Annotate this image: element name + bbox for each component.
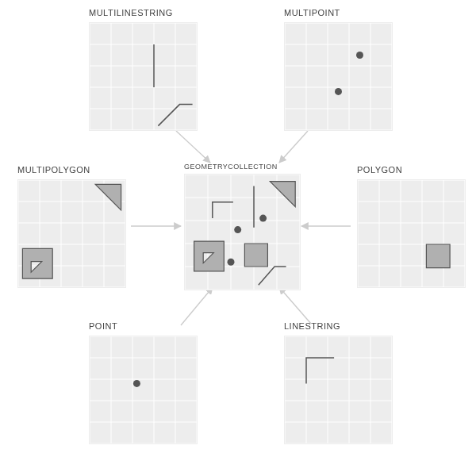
panel-multipolygon: MULTIPOLYGON xyxy=(17,165,126,274)
svg-point-51 xyxy=(234,226,241,233)
arrow-from-point xyxy=(181,287,213,325)
svg-point-24 xyxy=(356,52,363,59)
label-point: POINT xyxy=(89,321,117,331)
arrow-from-multipoint xyxy=(279,131,308,163)
plot-geometrycollection xyxy=(184,174,301,290)
svg-point-25 xyxy=(335,88,342,95)
plot-multipolygon xyxy=(17,179,126,288)
plot-polygon xyxy=(357,179,466,288)
arrow-from-multilinestring xyxy=(176,131,210,163)
plot-point xyxy=(89,336,198,444)
label-linestring: LINESTRING xyxy=(284,321,340,331)
panel-geometrycollection: GEOMETRYCOLLECTION xyxy=(184,163,301,279)
label-multilinestring: MULTILINESTRING xyxy=(89,8,173,17)
svg-point-52 xyxy=(228,259,235,266)
label-polygon: POLYGON xyxy=(357,165,402,175)
svg-point-50 xyxy=(259,215,267,222)
panel-point: POINT xyxy=(89,321,198,430)
panel-linestring: LINESTRING xyxy=(284,321,393,430)
plot-linestring xyxy=(284,336,393,444)
label-multipolygon: MULTIPOLYGON xyxy=(17,165,90,175)
label-geometrycollection: GEOMETRYCOLLECTION xyxy=(184,163,278,171)
panel-multilinestring: MULTILINESTRING xyxy=(89,8,198,117)
plot-multipoint xyxy=(284,22,393,131)
label-multipoint: MULTIPOINT xyxy=(284,8,340,17)
panel-multipoint: MULTIPOINT xyxy=(284,8,393,117)
panel-polygon: POLYGON xyxy=(357,165,466,274)
plot-multilinestring xyxy=(89,22,198,131)
diagram-stage: MULTILINESTRING MULTIPOINT MULTIPOLYGON … xyxy=(0,0,476,476)
svg-point-77 xyxy=(133,380,140,387)
arrow-from-linestring xyxy=(279,287,311,324)
